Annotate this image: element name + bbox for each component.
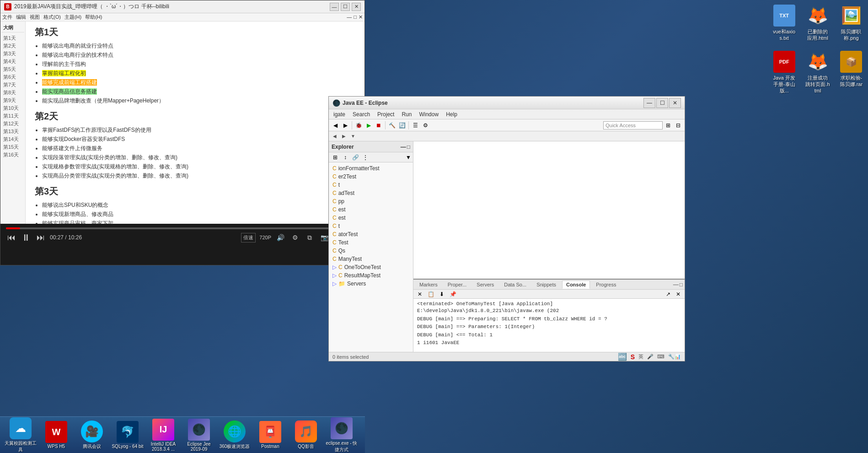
tab-markers[interactable]: Markers — [415, 280, 442, 289]
sidebar-item[interactable]: 第3天 — [1, 50, 24, 58]
taskbar-icon-wps[interactable]: W WPS H5 — [40, 421, 72, 449]
nav-fwd[interactable]: ▶ — [340, 132, 348, 140]
desktop-icon-register-page[interactable]: 🦊 注册成功跳转页面.html — [805, 51, 830, 94]
taskbar-icon-360[interactable]: 🌐 360极速浏览器 — [219, 421, 251, 450]
quality-button[interactable]: 720P — [259, 235, 271, 240]
tab-datasource[interactable]: Data So... — [500, 280, 530, 289]
menu-project[interactable]: Project — [375, 110, 397, 119]
desktop-icon-deleted-apps[interactable]: 🦊 已删除的应用.html — [805, 5, 830, 42]
tree-item-onetoone[interactable]: ▷ C OneToOneTest — [329, 263, 413, 271]
explorer-tb-2[interactable]: ↕ — [341, 153, 350, 162]
sidebar-item[interactable]: 第9天 — [1, 97, 24, 104]
sidebar-item[interactable]: 第16天 — [1, 151, 24, 159]
tb-fwd[interactable]: ▶ — [341, 121, 350, 130]
tb-settings[interactable]: ⚙ — [421, 121, 430, 130]
desktop-icon-java-manual[interactable]: PDF Java 开发手册-泰山版... — [772, 51, 796, 94]
taskbar-icon-tencent[interactable]: 🎥 腾讯会议 — [76, 421, 108, 450]
taskbar-icon-sqlyog[interactable]: 🐬 SQLyog - 64 bit — [112, 421, 144, 449]
typora-edit-menu[interactable]: 编辑 — [16, 14, 26, 21]
tab-console[interactable]: Console — [562, 280, 590, 289]
explorer-tb-4[interactable]: ⋮ — [361, 153, 370, 162]
tree-item-est2[interactable]: C est — [329, 214, 413, 222]
sidebar-item[interactable]: 第8天 — [1, 89, 24, 97]
console-clear-btn[interactable]: ✕ — [415, 290, 424, 299]
taskbar-icon-tianyi[interactable]: ☁ 天翼校园检测工具 — [5, 417, 37, 453]
typora-format-menu[interactable]: 格式(O) — [43, 14, 61, 21]
next-button[interactable]: ⏭ — [35, 232, 46, 243]
typora-max-btn[interactable]: □ — [354, 14, 357, 20]
typora-help-menu[interactable]: 帮助(H) — [85, 14, 102, 21]
restore-button[interactable]: ☐ — [341, 3, 350, 11]
eclipse-restore-btn[interactable]: ☐ — [656, 98, 668, 108]
tb-layout2[interactable]: ⊟ — [674, 121, 683, 130]
volume-button[interactable]: 🔊 — [275, 232, 286, 243]
tree-item-qs[interactable]: C Qs — [329, 247, 413, 255]
console-pin-btn[interactable]: 📌 — [448, 290, 457, 299]
prev-button[interactable]: ⏮ — [6, 232, 17, 243]
console-maximize-btn[interactable]: □ — [680, 281, 683, 288]
console-minimize-btn[interactable]: — — [673, 281, 679, 288]
play-pause-button[interactable]: ⏸ — [21, 232, 32, 243]
menu-run[interactable]: Run — [399, 110, 414, 119]
tree-item-t[interactable]: C t — [329, 181, 413, 189]
sidebar-item[interactable]: 第14天 — [1, 135, 24, 143]
taskbar-icon-eclipse-exe[interactable]: 🌑 eclipse.exe - 快捷方式 — [326, 417, 358, 453]
sidebar-item[interactable]: 第13天 — [1, 128, 24, 135]
pip-button[interactable]: ⧉ — [304, 232, 315, 243]
console-open-btn[interactable]: ↗ — [664, 290, 673, 299]
sidebar-item[interactable]: 第5天 — [1, 65, 24, 73]
minimize-button[interactable]: — — [330, 3, 339, 11]
sidebar-item[interactable]: 第12天 — [1, 120, 24, 128]
tree-item-load[interactable]: C adTest — [329, 189, 413, 197]
close-button[interactable]: ✕ — [352, 3, 361, 11]
sidebar-item[interactable]: 第11天 — [1, 112, 24, 120]
quick-access-input[interactable]: Quick Access — [603, 121, 663, 129]
settings-button[interactable]: ⚙ — [289, 232, 300, 243]
sidebar-item[interactable]: 第4天 — [1, 58, 24, 65]
menu-search[interactable]: Search — [350, 110, 373, 119]
explorer-collapse[interactable]: ▼ — [406, 154, 411, 161]
tree-item-pp[interactable]: C pp — [329, 197, 413, 205]
sidebar-item[interactable]: 第6天 — [1, 73, 24, 81]
sidebar-item[interactable]: 第2天 — [1, 42, 24, 50]
tree-item-er2[interactable]: C er2Test — [329, 173, 413, 181]
progress-bar[interactable] — [6, 227, 359, 229]
menu-navigate[interactable]: igate — [331, 110, 348, 119]
tb-build[interactable]: 🔨 — [387, 121, 396, 130]
typora-file-menu[interactable]: 文件 — [2, 14, 12, 21]
console-close-btn[interactable]: ✕ — [674, 290, 683, 299]
sidebar-item[interactable]: 第7天 — [1, 81, 24, 89]
typora-theme-menu[interactable]: 主题(H) — [64, 14, 81, 21]
tree-item-resultmap[interactable]: ▷ C ResultMapTest — [329, 271, 413, 280]
tree-item-many[interactable]: C ManyTest — [329, 255, 413, 263]
tab-properties[interactable]: Proper... — [444, 280, 471, 289]
tab-servers[interactable]: Servers — [472, 280, 498, 289]
tree-item-ator[interactable]: C atorTest — [329, 230, 413, 238]
tree-item-t2[interactable]: C t — [329, 222, 413, 230]
tab-snippets[interactable]: Snippets — [532, 280, 560, 289]
nav-down[interactable]: ▼ — [349, 132, 357, 140]
sidebar-item[interactable]: 第10天 — [1, 104, 24, 112]
console-copy-btn[interactable]: 📋 — [426, 290, 435, 299]
desktop-icon-chen-profile[interactable]: 🖼️ 陈贝娜职称.png — [839, 5, 863, 42]
tab-progress[interactable]: Progress — [592, 280, 620, 289]
typora-close-btn[interactable]: ✕ — [359, 14, 363, 20]
sidebar-item[interactable]: 第15天 — [1, 143, 24, 151]
tb-perspective[interactable]: ☰ — [411, 121, 420, 130]
menu-help[interactable]: Help — [443, 110, 460, 119]
taskbar-icon-idea[interactable]: IJ IntelliJ IDEA 2018.3.4 ... — [147, 419, 179, 452]
explorer-tb-3[interactable]: 🔗 — [351, 153, 360, 162]
tree-item-ionformatter[interactable]: C ionFormatterTest — [329, 164, 413, 173]
eclipse-close-btn[interactable]: ✕ — [669, 98, 681, 108]
desktop-icon-job-check[interactable]: 📦 求职检验-陈贝娜.rar — [839, 51, 863, 94]
explorer-maximize-btn[interactable]: □ — [407, 144, 410, 150]
tb-debug[interactable]: 🐞 — [354, 121, 363, 130]
desktop-icon-vue-axios[interactable]: TXT vue和axios.txt — [772, 5, 796, 42]
tb-back[interactable]: ◀ — [331, 121, 340, 130]
explorer-tb-1[interactable]: ⊞ — [331, 153, 340, 162]
menu-window[interactable]: Window — [416, 110, 441, 119]
taskbar-icon-postman[interactable]: 📮 Postman — [254, 421, 286, 449]
console-scroll-btn[interactable]: ⬇ — [437, 290, 446, 299]
tree-item-test[interactable]: C Test — [329, 238, 413, 247]
taskbar-icon-qqmusic[interactable]: 🎵 QQ影音 — [290, 421, 322, 450]
